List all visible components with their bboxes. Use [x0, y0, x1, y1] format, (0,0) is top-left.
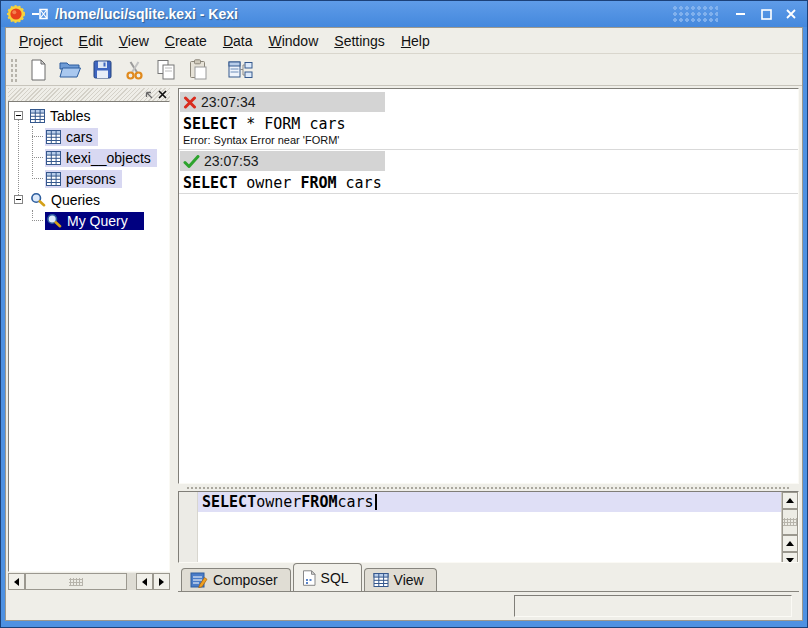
titlebar-pattern: [672, 5, 718, 23]
relationships-button[interactable]: [226, 57, 254, 83]
menu-window[interactable]: Window: [261, 30, 325, 52]
tree-item-content[interactable]: persons: [45, 170, 122, 188]
cut-button[interactable]: [120, 57, 148, 83]
sql-editor: SELECT owner FROM cars: [178, 491, 799, 563]
tree-item-tables[interactable]: Tables: [9, 105, 169, 126]
open-file-icon: [59, 60, 81, 79]
history-entry-header: 23:07:53: [180, 151, 385, 171]
scrollbar-track[interactable]: [127, 573, 136, 590]
dock-header[interactable]: [8, 88, 170, 101]
scroll-left-button2[interactable]: [136, 573, 153, 590]
tab-label: View: [394, 572, 424, 588]
query-icon: [30, 192, 46, 207]
tab-label: SQL: [321, 570, 349, 586]
tree-item-kexi-objects[interactable]: kexi__objects: [9, 147, 169, 168]
expander-icon[interactable]: [14, 111, 23, 120]
close-button[interactable]: [781, 5, 801, 23]
copy-button[interactable]: [152, 57, 180, 83]
sql-history[interactable]: 23:07:34SELECT * FORM carsError: Syntax …: [178, 88, 799, 484]
relationships-icon: [228, 60, 253, 80]
titlebar[interactable]: /home/luci/sqlite.kexi - Kexi: [1, 1, 807, 27]
tab-composer[interactable]: Composer: [181, 568, 291, 591]
tree-item-content[interactable]: Tables: [29, 107, 96, 125]
tree-item-label: cars: [66, 129, 92, 145]
scroll-right-button[interactable]: [153, 573, 170, 590]
entry-sql-text: SELECT * FORM cars: [179, 112, 798, 134]
history-entry-header: 23:07:34: [180, 92, 385, 112]
menu-project[interactable]: Project: [12, 30, 70, 52]
editor-document[interactable]: SELECT owner FROM cars: [198, 492, 781, 562]
editor-splitter[interactable]: [178, 484, 799, 491]
tree-item-cars[interactable]: cars: [9, 126, 169, 147]
project-navigator: Tablescarskexi__objectspersonsQueriesMy …: [8, 88, 170, 590]
dock-restore-icon[interactable]: [143, 89, 154, 100]
sql-view-panel: 23:07:34SELECT * FORM carsError: Syntax …: [178, 88, 799, 592]
history-entry[interactable]: 23:07:53SELECT owner FROM cars: [179, 151, 798, 194]
sidebar-splitter[interactable]: [170, 86, 178, 592]
scrollbar-thumb[interactable]: [782, 509, 798, 535]
tab-sql[interactable]: SQL: [293, 563, 362, 591]
scrollbar-thumb[interactable]: [25, 573, 127, 590]
sql-icon: [302, 570, 316, 586]
copy-icon: [156, 59, 176, 80]
scroll-down-button[interactable]: [782, 552, 798, 563]
history-entry[interactable]: 23:07:34SELECT * FORM carsError: Syntax …: [179, 92, 798, 150]
dock-close-icon[interactable]: [157, 89, 168, 100]
menu-view[interactable]: View: [112, 30, 156, 52]
tree-item-label: persons: [66, 171, 116, 187]
new-document-icon: [28, 59, 48, 81]
table-icon: [30, 109, 45, 123]
object-tree-frame: Tablescarskexi__objectspersonsQueriesMy …: [8, 101, 170, 572]
sidebar-hscrollbar[interactable]: [8, 573, 170, 590]
menu-create[interactable]: Create: [158, 30, 214, 52]
statusbar: [6, 592, 802, 620]
tree-item-content[interactable]: Queries: [29, 191, 106, 209]
tree-item-label: My Query: [67, 213, 128, 229]
scroll-left-button[interactable]: [8, 573, 25, 590]
maximize-button[interactable]: [756, 5, 776, 23]
tree-item-content[interactable]: kexi__objects: [45, 149, 157, 167]
tab-view[interactable]: View: [364, 568, 437, 591]
tree-item-label: Queries: [51, 192, 100, 208]
tree-item-queries[interactable]: Queries: [9, 189, 169, 210]
cut-icon: [125, 60, 144, 80]
tab-label: Composer: [213, 572, 278, 588]
entry-error-text: Error: Syntax Error near 'FORM': [179, 134, 798, 149]
pin-icon[interactable]: [30, 5, 50, 23]
editor-gutter: [179, 492, 198, 562]
composer-icon: [190, 572, 208, 588]
tree-item-content[interactable]: My Query: [45, 212, 144, 230]
open-file-button[interactable]: [56, 57, 84, 83]
editor-current-line[interactable]: SELECT owner FROM cars: [198, 492, 781, 512]
query-icon: [46, 213, 62, 228]
menu-edit[interactable]: Edit: [72, 30, 110, 52]
toolbar: [6, 54, 802, 86]
menu-help[interactable]: Help: [394, 30, 437, 52]
paste-button[interactable]: [184, 57, 212, 83]
toolbar-handle[interactable]: [10, 58, 18, 82]
minimize-button[interactable]: [731, 5, 751, 23]
menu-data[interactable]: Data: [216, 30, 260, 52]
entry-sql-text: SELECT owner FROM cars: [179, 171, 798, 193]
kexi-app-icon: [7, 5, 25, 23]
new-document-button[interactable]: [24, 57, 52, 83]
window-content: ProjectEditViewCreateDataWindowSettingsH…: [5, 27, 803, 621]
table-icon: [46, 130, 61, 144]
scroll-up-button2[interactable]: [782, 535, 798, 552]
scroll-up-button[interactable]: [782, 492, 798, 509]
save-button[interactable]: [88, 57, 116, 83]
view-icon: [373, 573, 389, 587]
entry-timestamp: 23:07:53: [204, 153, 259, 169]
status-field: [514, 595, 792, 617]
editor-vscrollbar[interactable]: [781, 492, 798, 562]
tree-item-content[interactable]: cars: [45, 128, 98, 146]
tree-item-persons[interactable]: persons: [9, 168, 169, 189]
menubar: ProjectEditViewCreateDataWindowSettingsH…: [6, 28, 802, 54]
tree-item-my-query[interactable]: My Query: [9, 210, 169, 231]
expander-icon[interactable]: [14, 195, 23, 204]
tree-item-label: Tables: [50, 108, 90, 124]
workarea: Tablescarskexi__objectspersonsQueriesMy …: [6, 86, 802, 592]
paste-icon: [189, 59, 208, 80]
menu-settings[interactable]: Settings: [327, 30, 392, 52]
error-icon: [183, 96, 197, 109]
